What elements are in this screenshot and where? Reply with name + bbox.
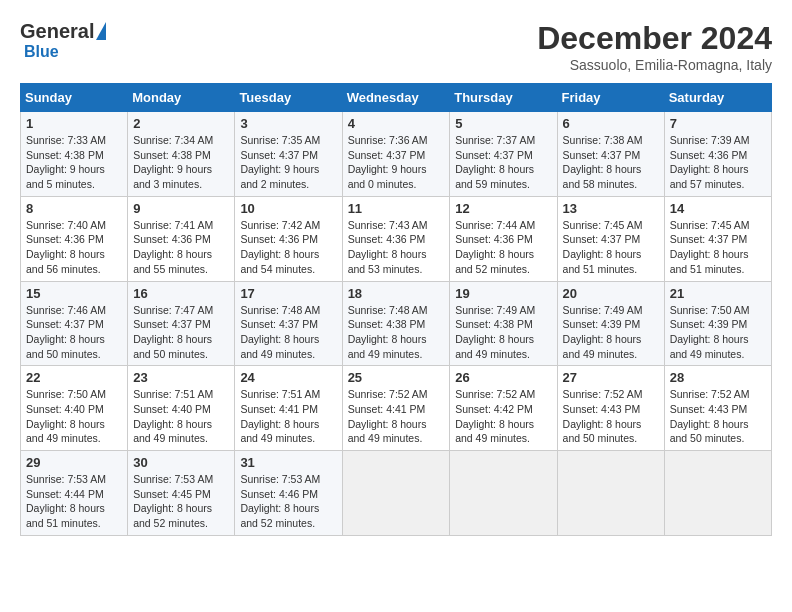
- day-number: 24: [240, 370, 336, 385]
- calendar-cell: [342, 451, 450, 536]
- cell-details: Sunrise: 7:39 AMSunset: 4:36 PMDaylight:…: [670, 133, 766, 192]
- cell-details: Sunrise: 7:52 AMSunset: 4:43 PMDaylight:…: [563, 387, 659, 446]
- cell-details: Sunrise: 7:48 AMSunset: 4:37 PMDaylight:…: [240, 303, 336, 362]
- calendar-week-row: 22Sunrise: 7:50 AMSunset: 4:40 PMDayligh…: [21, 366, 772, 451]
- calendar-cell: [450, 451, 557, 536]
- logo-blue: Blue: [24, 43, 59, 61]
- day-number: 22: [26, 370, 122, 385]
- day-number: 2: [133, 116, 229, 131]
- cell-details: Sunrise: 7:40 AMSunset: 4:36 PMDaylight:…: [26, 218, 122, 277]
- calendar-cell: 17Sunrise: 7:48 AMSunset: 4:37 PMDayligh…: [235, 281, 342, 366]
- calendar-cell: 13Sunrise: 7:45 AMSunset: 4:37 PMDayligh…: [557, 196, 664, 281]
- calendar-cell: [664, 451, 771, 536]
- title-section: December 2024 Sassuolo, Emilia-Romagna, …: [537, 20, 772, 73]
- day-number: 9: [133, 201, 229, 216]
- cell-details: Sunrise: 7:46 AMSunset: 4:37 PMDaylight:…: [26, 303, 122, 362]
- cell-details: Sunrise: 7:49 AMSunset: 4:38 PMDaylight:…: [455, 303, 551, 362]
- day-number: 21: [670, 286, 766, 301]
- calendar-cell: 26Sunrise: 7:52 AMSunset: 4:42 PMDayligh…: [450, 366, 557, 451]
- calendar-cell: 22Sunrise: 7:50 AMSunset: 4:40 PMDayligh…: [21, 366, 128, 451]
- header-sunday: Sunday: [21, 84, 128, 112]
- calendar-cell: [557, 451, 664, 536]
- day-number: 3: [240, 116, 336, 131]
- calendar-cell: 18Sunrise: 7:48 AMSunset: 4:38 PMDayligh…: [342, 281, 450, 366]
- cell-details: Sunrise: 7:35 AMSunset: 4:37 PMDaylight:…: [240, 133, 336, 192]
- cell-details: Sunrise: 7:51 AMSunset: 4:40 PMDaylight:…: [133, 387, 229, 446]
- cell-details: Sunrise: 7:36 AMSunset: 4:37 PMDaylight:…: [348, 133, 445, 192]
- cell-details: Sunrise: 7:45 AMSunset: 4:37 PMDaylight:…: [563, 218, 659, 277]
- day-number: 1: [26, 116, 122, 131]
- calendar-cell: 15Sunrise: 7:46 AMSunset: 4:37 PMDayligh…: [21, 281, 128, 366]
- calendar-cell: 10Sunrise: 7:42 AMSunset: 4:36 PMDayligh…: [235, 196, 342, 281]
- day-number: 13: [563, 201, 659, 216]
- calendar-cell: 31Sunrise: 7:53 AMSunset: 4:46 PMDayligh…: [235, 451, 342, 536]
- cell-details: Sunrise: 7:53 AMSunset: 4:46 PMDaylight:…: [240, 472, 336, 531]
- cell-details: Sunrise: 7:37 AMSunset: 4:37 PMDaylight:…: [455, 133, 551, 192]
- day-number: 10: [240, 201, 336, 216]
- calendar-cell: 20Sunrise: 7:49 AMSunset: 4:39 PMDayligh…: [557, 281, 664, 366]
- calendar-cell: 9Sunrise: 7:41 AMSunset: 4:36 PMDaylight…: [128, 196, 235, 281]
- header-monday: Monday: [128, 84, 235, 112]
- day-number: 28: [670, 370, 766, 385]
- cell-details: Sunrise: 7:53 AMSunset: 4:44 PMDaylight:…: [26, 472, 122, 531]
- day-number: 25: [348, 370, 445, 385]
- cell-details: Sunrise: 7:43 AMSunset: 4:36 PMDaylight:…: [348, 218, 445, 277]
- header-thursday: Thursday: [450, 84, 557, 112]
- page-header: General Blue December 2024 Sassuolo, Emi…: [20, 20, 772, 73]
- day-number: 14: [670, 201, 766, 216]
- calendar-cell: 2Sunrise: 7:34 AMSunset: 4:38 PMDaylight…: [128, 112, 235, 197]
- calendar-cell: 23Sunrise: 7:51 AMSunset: 4:40 PMDayligh…: [128, 366, 235, 451]
- cell-details: Sunrise: 7:44 AMSunset: 4:36 PMDaylight:…: [455, 218, 551, 277]
- calendar-cell: 5Sunrise: 7:37 AMSunset: 4:37 PMDaylight…: [450, 112, 557, 197]
- day-number: 4: [348, 116, 445, 131]
- calendar-cell: 14Sunrise: 7:45 AMSunset: 4:37 PMDayligh…: [664, 196, 771, 281]
- day-number: 7: [670, 116, 766, 131]
- day-number: 17: [240, 286, 336, 301]
- day-number: 26: [455, 370, 551, 385]
- cell-details: Sunrise: 7:34 AMSunset: 4:38 PMDaylight:…: [133, 133, 229, 192]
- location-subtitle: Sassuolo, Emilia-Romagna, Italy: [537, 57, 772, 73]
- cell-details: Sunrise: 7:47 AMSunset: 4:37 PMDaylight:…: [133, 303, 229, 362]
- calendar-cell: 28Sunrise: 7:52 AMSunset: 4:43 PMDayligh…: [664, 366, 771, 451]
- day-number: 31: [240, 455, 336, 470]
- day-number: 6: [563, 116, 659, 131]
- day-number: 27: [563, 370, 659, 385]
- day-number: 11: [348, 201, 445, 216]
- calendar-header-row: SundayMondayTuesdayWednesdayThursdayFrid…: [21, 84, 772, 112]
- calendar-cell: 12Sunrise: 7:44 AMSunset: 4:36 PMDayligh…: [450, 196, 557, 281]
- cell-details: Sunrise: 7:52 AMSunset: 4:42 PMDaylight:…: [455, 387, 551, 446]
- cell-details: Sunrise: 7:42 AMSunset: 4:36 PMDaylight:…: [240, 218, 336, 277]
- day-number: 5: [455, 116, 551, 131]
- logo-triangle-icon: [96, 22, 106, 40]
- calendar-cell: 30Sunrise: 7:53 AMSunset: 4:45 PMDayligh…: [128, 451, 235, 536]
- day-number: 8: [26, 201, 122, 216]
- calendar-cell: 11Sunrise: 7:43 AMSunset: 4:36 PMDayligh…: [342, 196, 450, 281]
- header-tuesday: Tuesday: [235, 84, 342, 112]
- calendar-cell: 8Sunrise: 7:40 AMSunset: 4:36 PMDaylight…: [21, 196, 128, 281]
- calendar-cell: 16Sunrise: 7:47 AMSunset: 4:37 PMDayligh…: [128, 281, 235, 366]
- day-number: 19: [455, 286, 551, 301]
- cell-details: Sunrise: 7:38 AMSunset: 4:37 PMDaylight:…: [563, 133, 659, 192]
- calendar-cell: 7Sunrise: 7:39 AMSunset: 4:36 PMDaylight…: [664, 112, 771, 197]
- calendar-cell: 3Sunrise: 7:35 AMSunset: 4:37 PMDaylight…: [235, 112, 342, 197]
- calendar-cell: 21Sunrise: 7:50 AMSunset: 4:39 PMDayligh…: [664, 281, 771, 366]
- day-number: 15: [26, 286, 122, 301]
- day-number: 30: [133, 455, 229, 470]
- cell-details: Sunrise: 7:49 AMSunset: 4:39 PMDaylight:…: [563, 303, 659, 362]
- logo: General Blue: [20, 20, 106, 61]
- calendar-cell: 29Sunrise: 7:53 AMSunset: 4:44 PMDayligh…: [21, 451, 128, 536]
- cell-details: Sunrise: 7:48 AMSunset: 4:38 PMDaylight:…: [348, 303, 445, 362]
- calendar-cell: 25Sunrise: 7:52 AMSunset: 4:41 PMDayligh…: [342, 366, 450, 451]
- calendar-cell: 24Sunrise: 7:51 AMSunset: 4:41 PMDayligh…: [235, 366, 342, 451]
- cell-details: Sunrise: 7:33 AMSunset: 4:38 PMDaylight:…: [26, 133, 122, 192]
- day-number: 12: [455, 201, 551, 216]
- day-number: 18: [348, 286, 445, 301]
- calendar-week-row: 1Sunrise: 7:33 AMSunset: 4:38 PMDaylight…: [21, 112, 772, 197]
- calendar-cell: 1Sunrise: 7:33 AMSunset: 4:38 PMDaylight…: [21, 112, 128, 197]
- cell-details: Sunrise: 7:52 AMSunset: 4:41 PMDaylight:…: [348, 387, 445, 446]
- calendar-cell: 6Sunrise: 7:38 AMSunset: 4:37 PMDaylight…: [557, 112, 664, 197]
- day-number: 29: [26, 455, 122, 470]
- calendar-cell: 19Sunrise: 7:49 AMSunset: 4:38 PMDayligh…: [450, 281, 557, 366]
- header-friday: Friday: [557, 84, 664, 112]
- calendar-cell: 27Sunrise: 7:52 AMSunset: 4:43 PMDayligh…: [557, 366, 664, 451]
